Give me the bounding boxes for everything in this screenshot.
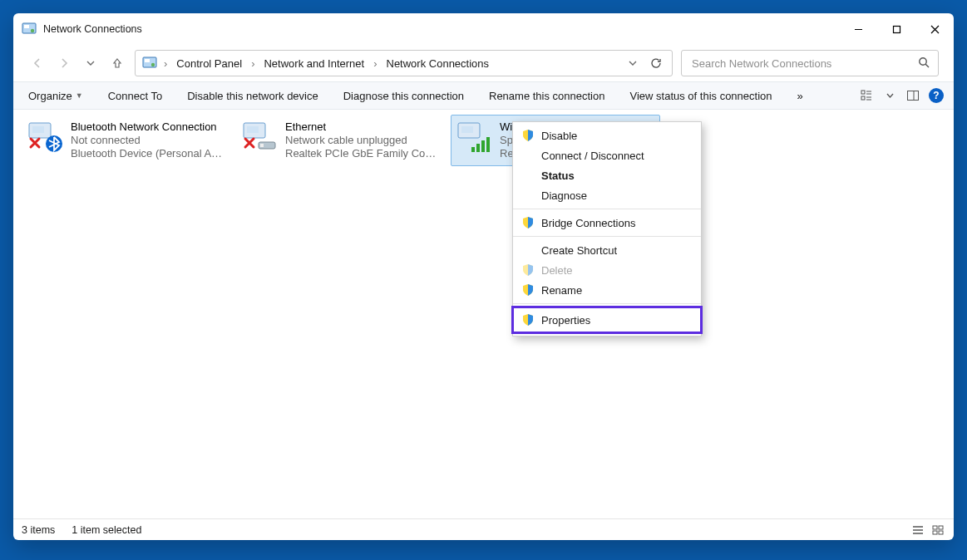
refresh-button[interactable] bbox=[647, 54, 665, 72]
ethernet-adapter-icon bbox=[242, 120, 279, 154]
address-dropdown-button[interactable] bbox=[624, 54, 642, 72]
ctx-diagnose[interactable]: Diagnose bbox=[513, 185, 701, 205]
organize-label: Organize bbox=[28, 90, 72, 102]
view-dropdown-button[interactable] bbox=[882, 88, 897, 103]
shield-icon bbox=[521, 263, 535, 277]
search-icon[interactable] bbox=[918, 56, 930, 71]
svg-rect-12 bbox=[32, 126, 44, 133]
back-button[interactable] bbox=[28, 54, 47, 72]
chevron-right-icon[interactable]: › bbox=[372, 57, 378, 70]
status-view-buttons bbox=[910, 523, 945, 537]
adapter-device: Realtek PCIe GbE Family Controller bbox=[285, 147, 440, 160]
svg-rect-17 bbox=[260, 144, 264, 147]
svg-rect-25 bbox=[939, 526, 943, 529]
overflow-button[interactable]: » bbox=[792, 86, 808, 106]
adapter-name: Bluetooth Network Connection bbox=[71, 120, 225, 134]
chevron-down-icon: ▼ bbox=[76, 91, 83, 100]
chevron-right-icon[interactable]: › bbox=[162, 57, 169, 70]
ctx-connect-disconnect[interactable]: Connect / Disconnect bbox=[513, 145, 701, 165]
ctx-status[interactable]: Status bbox=[513, 165, 701, 185]
ctx-properties-label: Properties bbox=[541, 314, 590, 327]
svg-rect-22 bbox=[481, 140, 485, 152]
context-menu: Disable Connect / Disconnect Status Diag… bbox=[512, 121, 702, 336]
svg-rect-21 bbox=[476, 144, 480, 152]
view-options-button[interactable] bbox=[859, 88, 874, 103]
rename-connection-button[interactable]: Rename this connection bbox=[484, 86, 609, 106]
details-view-button[interactable] bbox=[910, 523, 925, 537]
svg-rect-27 bbox=[939, 531, 943, 534]
shield-icon bbox=[521, 283, 535, 297]
ctx-delete: Delete bbox=[513, 260, 701, 280]
adapter-text: Ethernet Network cable unplugged Realtek… bbox=[285, 120, 440, 160]
adapter-bluetooth[interactable]: Bluetooth Network Connection Not connect… bbox=[22, 115, 231, 166]
location-icon bbox=[142, 56, 157, 71]
svg-rect-9 bbox=[861, 96, 865, 100]
adapter-status: Not connected bbox=[71, 134, 225, 147]
titlebar: Network Connections bbox=[13, 13, 954, 45]
ctx-disable-label: Disable bbox=[541, 130, 577, 142]
chevron-right-icon[interactable]: › bbox=[249, 57, 256, 70]
ctx-diagnose-label: Diagnose bbox=[541, 189, 587, 202]
status-selected-count: 1 item selected bbox=[72, 524, 141, 536]
view-status-button[interactable]: View status of this connection bbox=[624, 86, 777, 106]
ctx-disable[interactable]: Disable bbox=[513, 125, 701, 145]
organize-button[interactable]: Organize▼ bbox=[23, 86, 88, 106]
adapter-status: Network cable unplugged bbox=[285, 134, 440, 147]
breadcrumb-control-panel[interactable]: Control Panel bbox=[174, 54, 244, 73]
svg-rect-15 bbox=[247, 126, 259, 133]
maximize-button[interactable] bbox=[877, 13, 915, 45]
close-button[interactable] bbox=[915, 13, 954, 45]
ctx-bridge[interactable]: Bridge Connections bbox=[513, 213, 701, 233]
disable-device-button[interactable]: Disable this network device bbox=[182, 86, 323, 106]
adapter-text: Bluetooth Network Connection Not connect… bbox=[71, 120, 225, 160]
svg-rect-1 bbox=[24, 25, 29, 28]
svg-rect-8 bbox=[861, 91, 865, 94]
ctx-properties[interactable]: Properties bbox=[513, 307, 701, 332]
adapter-ethernet[interactable]: Ethernet Network cable unplugged Realtek… bbox=[236, 115, 446, 166]
window-title: Network Connections bbox=[43, 23, 142, 35]
svg-rect-10 bbox=[908, 91, 919, 101]
search-input[interactable] bbox=[690, 56, 918, 71]
svg-point-2 bbox=[31, 29, 34, 32]
window: Network Connections › Control Panel › Ne… bbox=[13, 13, 954, 540]
nav-row: › Control Panel › Network and Internet ›… bbox=[13, 45, 954, 81]
search-box[interactable] bbox=[681, 50, 939, 76]
diagnose-connection-button[interactable]: Diagnose this connection bbox=[338, 86, 469, 106]
svg-rect-24 bbox=[933, 526, 937, 529]
ctx-create-shortcut[interactable]: Create Shortcut bbox=[513, 240, 701, 260]
up-button[interactable] bbox=[108, 54, 126, 72]
address-bar[interactable]: › Control Panel › Network and Internet ›… bbox=[135, 50, 673, 76]
app-icon bbox=[22, 22, 37, 37]
breadcrumb-network-internet[interactable]: Network and Internet bbox=[261, 54, 367, 73]
preview-pane-button[interactable] bbox=[905, 88, 920, 103]
bluetooth-adapter-icon bbox=[27, 120, 64, 154]
window-controls bbox=[839, 13, 954, 45]
command-bar-right: ? bbox=[859, 88, 944, 103]
adapter-name: Ethernet bbox=[285, 120, 440, 134]
ctx-rename[interactable]: Rename bbox=[513, 280, 701, 300]
minimize-button[interactable] bbox=[839, 13, 877, 45]
content-area[interactable]: Bluetooth Network Connection Not connect… bbox=[13, 110, 954, 518]
command-bar: Organize▼ Connect To Disable this networ… bbox=[13, 81, 954, 110]
ctx-status-label: Status bbox=[541, 169, 575, 182]
status-bar: 3 items 1 item selected bbox=[13, 518, 954, 540]
svg-rect-3 bbox=[893, 26, 900, 32]
connect-to-button[interactable]: Connect To bbox=[103, 86, 168, 106]
svg-rect-5 bbox=[145, 59, 150, 62]
svg-point-7 bbox=[920, 57, 926, 64]
help-button[interactable]: ? bbox=[929, 88, 944, 103]
ctx-delete-label: Delete bbox=[541, 264, 573, 277]
svg-rect-26 bbox=[933, 531, 937, 534]
wifi-adapter-icon bbox=[456, 120, 493, 154]
adapter-device: Bluetooth Device (Personal Area ... bbox=[71, 147, 225, 160]
svg-point-6 bbox=[151, 63, 155, 66]
svg-rect-19 bbox=[461, 126, 473, 133]
forward-button[interactable] bbox=[55, 54, 73, 72]
breadcrumb-network-connections[interactable]: Network Connections bbox=[384, 54, 492, 73]
shield-icon bbox=[521, 216, 535, 229]
recent-locations-button[interactable] bbox=[81, 54, 100, 72]
svg-rect-23 bbox=[486, 137, 490, 152]
large-icons-view-button[interactable] bbox=[930, 523, 945, 537]
ctx-separator bbox=[513, 303, 701, 304]
ctx-bridge-label: Bridge Connections bbox=[541, 217, 635, 229]
